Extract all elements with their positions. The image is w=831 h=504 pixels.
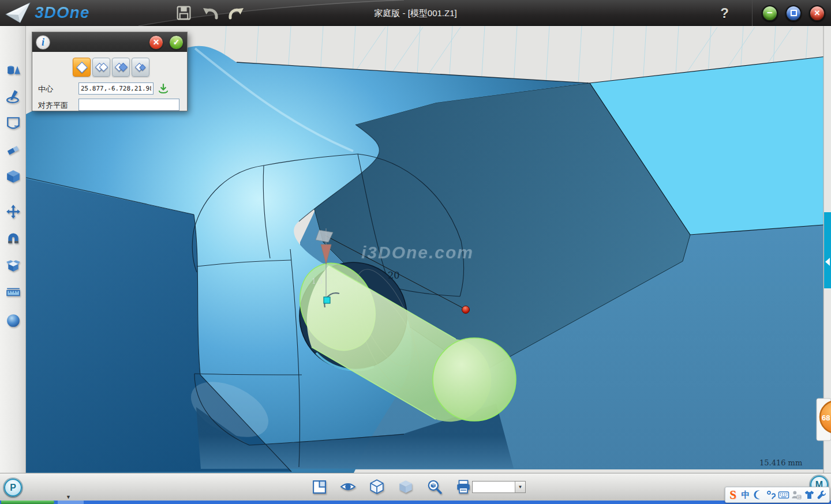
keyboard-icon	[778, 490, 789, 500]
print-button[interactable]	[455, 478, 472, 495]
view-corner-button[interactable]	[310, 478, 328, 495]
cylinder-front-cap	[433, 338, 516, 421]
wireframe-cube-icon	[369, 479, 385, 495]
minimize-button[interactable]: −	[762, 5, 778, 21]
watermark: i3DOne.com	[361, 243, 474, 262]
sidebar-item-primitive-solids[interactable]	[5, 62, 22, 79]
start-button-sliver[interactable]	[1, 501, 54, 504]
part-mode-caret[interactable]: ▼	[66, 494, 71, 500]
view-corner-icon	[312, 479, 327, 495]
cube-icon	[6, 169, 21, 184]
placement-dialog: i ✕ ✓ 中心 对齐平面	[32, 32, 188, 111]
ime-skin-button[interactable]	[803, 488, 815, 502]
combobox-arrow-icon[interactable]: ▼	[515, 482, 525, 492]
app-window: 3DOne 家庭	[0, 0, 831, 504]
window-controls: − ✕	[752, 0, 825, 26]
close-button[interactable]: ✕	[809, 5, 825, 21]
badge-count: 68	[822, 413, 830, 422]
center-field-input[interactable]	[78, 82, 154, 95]
aux-dimension-label: 1.5	[312, 277, 323, 285]
undo-icon	[202, 5, 218, 21]
moon-icon	[753, 490, 763, 500]
placement-mode-buttons	[73, 58, 149, 77]
help-button[interactable]: ?	[720, 5, 729, 21]
restore-button[interactable]	[785, 5, 802, 21]
panel-collapse-tab[interactable]	[824, 212, 831, 288]
eye-icon	[340, 479, 356, 495]
rotate-square-handle[interactable]	[324, 297, 330, 303]
shaded-cube-icon	[398, 479, 414, 495]
magnet-icon	[6, 230, 21, 245]
shaded-button[interactable]	[397, 478, 414, 495]
visibility-button[interactable]	[339, 478, 357, 495]
brand-text: 3DOne	[35, 3, 89, 22]
os-taskbar-sliver	[0, 501, 831, 504]
sidebar	[0, 26, 26, 473]
restore-icon	[791, 10, 797, 16]
mode-diamond-blue-button[interactable]	[112, 58, 130, 77]
sidebar-item-move-transform[interactable]	[5, 203, 22, 220]
save-button[interactable]	[175, 4, 192, 21]
zoom-button[interactable]	[426, 478, 443, 495]
mode-diamond-dot-button[interactable]	[132, 58, 149, 77]
plane-sheet-icon	[6, 116, 21, 131]
sidebar-item-sketch-edit[interactable]	[5, 141, 22, 159]
ime-user-button[interactable]: 14	[791, 488, 802, 502]
dialog-header: i ✕ ✓	[32, 32, 187, 52]
status-toolbar: P ▼	[0, 473, 831, 501]
align-plane-input[interactable]	[78, 99, 179, 111]
sidebar-item-feature-solid[interactable]	[5, 168, 22, 185]
pencil-sketch-icon	[6, 89, 21, 104]
undo-button[interactable]	[201, 4, 219, 21]
minimize-icon: −	[767, 8, 773, 18]
solids-icon	[6, 63, 21, 78]
close-icon: ✕	[814, 9, 821, 17]
task-button-sliver[interactable]	[58, 501, 84, 504]
dialog-cancel-button[interactable]: ✕	[149, 35, 163, 50]
punctuation-icon	[766, 490, 776, 500]
redo-button[interactable]	[228, 4, 245, 21]
dialog-confirm-button[interactable]: ✓	[169, 35, 184, 50]
eraser-icon	[6, 142, 21, 157]
ime-settings-button[interactable]	[816, 488, 828, 502]
ime-keyboard-button[interactable]	[778, 488, 789, 502]
window-title: 家庭版 - [模型001.Z1]	[374, 0, 456, 26]
measure-readout: 15.416 mm	[759, 458, 802, 467]
ruler-icon	[6, 285, 21, 300]
pick-point-button[interactable]	[157, 82, 170, 95]
ime-punctuation-button[interactable]	[765, 488, 777, 502]
move-arrows-icon	[6, 204, 21, 219]
save-icon	[176, 5, 192, 21]
drag-handle-dot[interactable]	[462, 306, 470, 314]
dimension-label: 20	[388, 270, 399, 281]
zoom-level-value	[473, 482, 515, 492]
align-plane-field-label: 对齐平面	[38, 100, 68, 111]
sidebar-item-assembly-magnet[interactable]	[5, 229, 22, 246]
mode-center-button[interactable]	[73, 58, 91, 77]
view-tools	[310, 478, 472, 495]
pick-arrow-icon	[157, 82, 170, 95]
titlebar: 3DOne 家庭	[0, 0, 831, 26]
ime-moon-button[interactable]	[753, 488, 764, 502]
center-field-label: 中心	[38, 84, 53, 95]
info-icon: i	[36, 35, 50, 50]
wrench-icon	[817, 490, 827, 500]
ime-language-toggle[interactable]: 中	[740, 488, 751, 502]
sidebar-item-sketch-plane[interactable]	[5, 115, 22, 132]
part-mode-button[interactable]: P	[4, 479, 22, 497]
sidebar-item-combine-solids[interactable]	[5, 257, 22, 274]
diamond-icon	[76, 62, 88, 73]
printer-icon	[455, 479, 471, 495]
wireframe-button[interactable]	[368, 478, 385, 495]
app-logo: 3DOne	[5, 1, 89, 24]
sidebar-item-sketch-draw[interactable]	[5, 88, 22, 105]
open-box-icon	[6, 258, 21, 273]
titlebar-tools	[175, 4, 245, 21]
svg-text:14: 14	[798, 496, 801, 499]
sidebar-item-measure[interactable]	[5, 284, 22, 301]
mode-two-diamond-button[interactable]	[92, 58, 110, 77]
ime-toolbar: S 中 14	[725, 487, 830, 503]
zoom-level-combobox[interactable]: ▼	[472, 481, 526, 493]
sidebar-item-material-render[interactable]	[5, 312, 22, 329]
sogou-logo[interactable]: S	[727, 488, 739, 502]
